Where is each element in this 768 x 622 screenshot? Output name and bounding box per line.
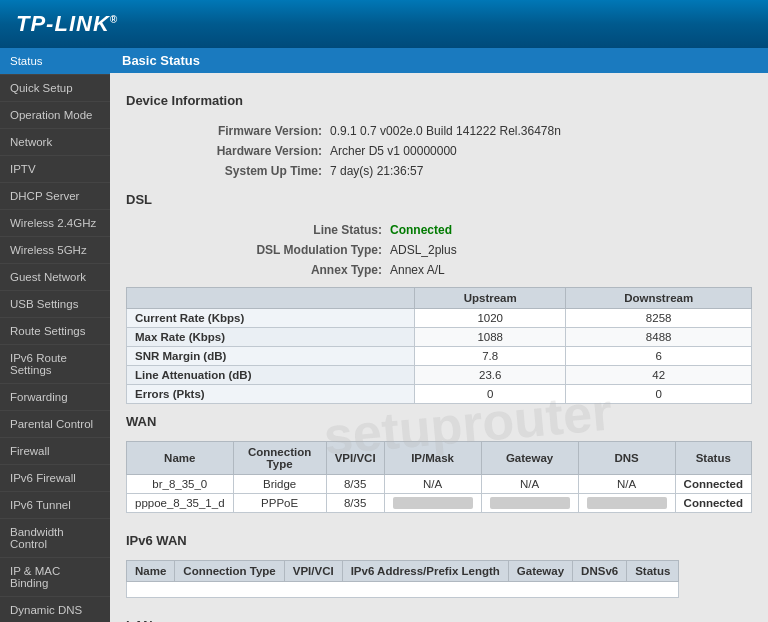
col-header-upstream: Upstream bbox=[415, 288, 566, 309]
wan-row1-name: br_8_35_0 bbox=[127, 475, 234, 494]
wan-row2-ip-mask bbox=[384, 494, 481, 513]
dsl-row-upstream: 23.6 bbox=[415, 366, 566, 385]
sidebar-item-dynamic-dns[interactable]: Dynamic DNS bbox=[0, 597, 110, 622]
sidebar-item-firewall[interactable]: Firewall bbox=[0, 438, 110, 465]
sidebar-item-ip-mac-binding[interactable]: IP & MAC Binding bbox=[0, 558, 110, 597]
sidebar-item-wireless-24[interactable]: Wireless 2.4GHz bbox=[0, 210, 110, 237]
wan-col-status: Status bbox=[675, 442, 751, 475]
ipv6-wan-heading: IPv6 WAN bbox=[126, 533, 752, 552]
wan-row1-status: Connected bbox=[675, 475, 751, 494]
sidebar-item-iptv[interactable]: IPTV bbox=[0, 156, 110, 183]
wan-table-scroll: Name Connection Type VPI/VCI IP/Mask Gat… bbox=[126, 441, 752, 523]
sidebar-item-network[interactable]: Network bbox=[0, 129, 110, 156]
sidebar-item-parental-control[interactable]: Parental Control bbox=[0, 411, 110, 438]
dsl-row-downstream: 42 bbox=[566, 366, 752, 385]
wan-row1-vpi-vci: 8/35 bbox=[326, 475, 384, 494]
wan-col-conn-type: Connection Type bbox=[233, 442, 326, 475]
wan-col-name: Name bbox=[127, 442, 234, 475]
wan-row1-conn-type: Bridge bbox=[233, 475, 326, 494]
line-status-value: Connected bbox=[390, 221, 750, 239]
wan-col-gateway: Gateway bbox=[481, 442, 578, 475]
dsl-row-downstream: 0 bbox=[566, 385, 752, 404]
uptime-value: 7 day(s) 21:36:57 bbox=[330, 162, 750, 180]
table-header-row: Name Connection Type VPI/VCI IP/Mask Gat… bbox=[127, 442, 752, 475]
annex-value: Annex A/L bbox=[390, 261, 750, 279]
page-title: Basic Status bbox=[110, 48, 768, 73]
ipv6-wan-col-addr: IPv6 Address/Prefix Length bbox=[342, 561, 508, 582]
annex-label: Annex Type: bbox=[128, 261, 388, 279]
dsl-row-downstream: 8488 bbox=[566, 328, 752, 347]
sidebar-item-dhcp-server[interactable]: DHCP Server bbox=[0, 183, 110, 210]
sidebar-item-status[interactable]: Status bbox=[0, 48, 110, 75]
ipv6-wan-table-scroll: Name Connection Type VPI/VCI IPv6 Addres… bbox=[126, 560, 752, 608]
wan-row1-dns: N/A bbox=[578, 475, 675, 494]
wan-table: Name Connection Type VPI/VCI IP/Mask Gat… bbox=[126, 441, 752, 513]
table-row: System Up Time: 7 day(s) 21:36:57 bbox=[128, 162, 750, 180]
dsl-row-upstream: 1020 bbox=[415, 309, 566, 328]
dsl-heading: DSL bbox=[126, 192, 752, 211]
table-row: Line Status: Connected bbox=[128, 221, 750, 239]
dsl-row-label: SNR Margin (dB) bbox=[127, 347, 415, 366]
table-header-row: Upstream Downstream bbox=[127, 288, 752, 309]
dsl-row-label: Line Attenuation (dB) bbox=[127, 366, 415, 385]
wan-row2-dns bbox=[578, 494, 675, 513]
table-row: SNR Margin (dB) 7.8 6 bbox=[127, 347, 752, 366]
table-row: Current Rate (Kbps) 1020 8258 bbox=[127, 309, 752, 328]
sidebar-item-ipv6-firewall[interactable]: IPv6 Firewall bbox=[0, 465, 110, 492]
sidebar-item-route-settings[interactable]: Route Settings bbox=[0, 318, 110, 345]
sidebar-item-bandwidth-control[interactable]: Bandwidth Control bbox=[0, 519, 110, 558]
dsl-row-upstream: 1088 bbox=[415, 328, 566, 347]
sidebar-item-forwarding[interactable]: Forwarding bbox=[0, 384, 110, 411]
uptime-label: System Up Time: bbox=[128, 162, 328, 180]
header: TP-LINK® bbox=[0, 0, 768, 48]
sidebar-item-usb-settings[interactable]: USB Settings bbox=[0, 291, 110, 318]
dsl-row-label: Current Rate (Kbps) bbox=[127, 309, 415, 328]
wan-col-dns: DNS bbox=[578, 442, 675, 475]
dsl-row-upstream: 0 bbox=[415, 385, 566, 404]
dsl-row-downstream: 6 bbox=[566, 347, 752, 366]
wan-row2-status: Connected bbox=[675, 494, 751, 513]
sidebar-item-wireless-5[interactable]: Wireless 5GHz bbox=[0, 237, 110, 264]
dns-blurred bbox=[587, 497, 667, 509]
content-area: Basic Status setuprouter Device Informat… bbox=[110, 48, 768, 622]
lan-heading: LAN bbox=[126, 618, 752, 622]
logo: TP-LINK® bbox=[16, 11, 118, 37]
modulation-value: ADSL_2plus bbox=[390, 241, 750, 259]
table-row: pppoe_8_35_1_d PPPoE 8/35 Connected bbox=[127, 494, 752, 513]
sidebar-item-quick-setup[interactable]: Quick Setup bbox=[0, 75, 110, 102]
ip-mask-blurred bbox=[393, 497, 473, 509]
sidebar-item-ipv6-tunnel[interactable]: IPv6 Tunnel bbox=[0, 492, 110, 519]
wan-row1-ip-mask: N/A bbox=[384, 475, 481, 494]
ipv6-wan-table: Name Connection Type VPI/VCI IPv6 Addres… bbox=[126, 560, 679, 598]
content-inner: setuprouter Device Information Firmware … bbox=[110, 73, 768, 622]
firmware-label: Firmware Version: bbox=[128, 122, 328, 140]
ipv6-wan-col-gateway: Gateway bbox=[508, 561, 572, 582]
hardware-value: Archer D5 v1 00000000 bbox=[330, 142, 750, 160]
table-row: br_8_35_0 Bridge 8/35 N/A N/A N/A Connec… bbox=[127, 475, 752, 494]
sidebar-item-ipv6-route-settings[interactable]: IPv6 Route Settings bbox=[0, 345, 110, 384]
firmware-value: 0.9.1 0.7 v002e.0 Build 141222 Rel.36478… bbox=[330, 122, 750, 140]
dsl-row-label: Errors (Pkts) bbox=[127, 385, 415, 404]
wan-heading: WAN bbox=[126, 414, 752, 433]
device-info-heading: Device Information bbox=[126, 93, 752, 112]
sidebar-item-guest-network[interactable]: Guest Network bbox=[0, 264, 110, 291]
gateway-blurred bbox=[490, 497, 570, 509]
dsl-meta-table: Line Status: Connected DSL Modulation Ty… bbox=[126, 219, 752, 281]
line-status-label: Line Status: bbox=[128, 221, 388, 239]
table-row: Max Rate (Kbps) 1088 8488 bbox=[127, 328, 752, 347]
wan-col-ip-mask: IP/Mask bbox=[384, 442, 481, 475]
wan-row2-gateway bbox=[481, 494, 578, 513]
table-row: Annex Type: Annex A/L bbox=[128, 261, 750, 279]
modulation-label: DSL Modulation Type: bbox=[128, 241, 388, 259]
table-row: Line Attenuation (dB) 23.6 42 bbox=[127, 366, 752, 385]
sidebar-item-operation-mode[interactable]: Operation Mode bbox=[0, 102, 110, 129]
col-header-downstream: Downstream bbox=[566, 288, 752, 309]
wan-col-vpi-vci: VPI/VCI bbox=[326, 442, 384, 475]
ipv6-wan-col-vpi-vci: VPI/VCI bbox=[284, 561, 342, 582]
wan-row2-vpi-vci: 8/35 bbox=[326, 494, 384, 513]
hardware-label: Hardware Version: bbox=[128, 142, 328, 160]
dsl-stats-table: Upstream Downstream Current Rate (Kbps) … bbox=[126, 287, 752, 404]
wan-row2-name: pppoe_8_35_1_d bbox=[127, 494, 234, 513]
table-row: Firmware Version: 0.9.1 0.7 v002e.0 Buil… bbox=[128, 122, 750, 140]
table-header-row: Name Connection Type VPI/VCI IPv6 Addres… bbox=[127, 561, 679, 582]
